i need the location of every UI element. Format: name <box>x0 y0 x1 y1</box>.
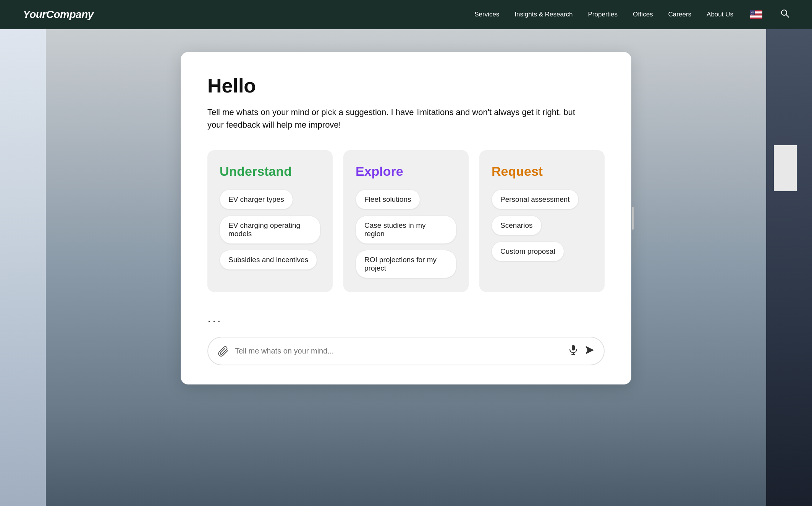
chat-subtitle: Tell me whats on your mind or pick a sug… <box>207 106 582 131</box>
chip-subsidies-incentives[interactable]: Subsidies and incentives <box>220 250 317 270</box>
chip-ev-charger-types[interactable]: EV charger types <box>220 190 293 209</box>
chat-text-input[interactable] <box>235 347 562 355</box>
request-title: Request <box>492 164 592 179</box>
chip-scenarios[interactable]: Scenarios <box>492 216 542 235</box>
nav-properties[interactable]: Properties <box>588 11 618 18</box>
chip-roi-projections[interactable]: ROI projections for my project <box>356 250 456 278</box>
chip-personal-assessment[interactable]: Personal assessment <box>492 190 579 209</box>
chip-custom-proposal[interactable]: Custom proposal <box>492 242 564 261</box>
svg-rect-5 <box>750 16 762 17</box>
nav-about[interactable]: About Us <box>707 11 733 18</box>
nav-careers[interactable]: Careers <box>668 11 691 18</box>
understand-card: Understand EV charger types EV charging … <box>207 150 333 292</box>
scrollbar-indicator[interactable] <box>632 207 634 230</box>
understand-title: Understand <box>220 164 320 179</box>
chat-card: Hello Tell me whats on your mind or pick… <box>181 52 631 384</box>
request-chips: Personal assessment Scenarios Custom pro… <box>492 190 592 261</box>
microphone-icon[interactable] <box>568 344 579 358</box>
nav-links: Services Insights & Research Properties … <box>474 9 789 20</box>
send-icon[interactable] <box>585 345 595 357</box>
bg-right-panel <box>766 0 812 506</box>
suggestion-cards-row: Understand EV charger types EV charging … <box>207 150 605 292</box>
flag-icon[interactable]: ★★★★★ ★★★★ ★★★★★ ★★★★ <box>750 10 762 19</box>
svg-line-27 <box>786 15 789 17</box>
svg-marker-31 <box>586 346 594 354</box>
chip-fleet-solutions[interactable]: Fleet solutions <box>356 190 420 209</box>
explore-chips: Fleet solutions Case studies in my regio… <box>356 190 456 278</box>
chip-case-studies[interactable]: Case studies in my region <box>356 216 456 244</box>
svg-rect-4 <box>750 15 762 16</box>
nav-services[interactable]: Services <box>474 11 499 18</box>
svg-rect-6 <box>750 18 762 18</box>
svg-text:★: ★ <box>753 13 754 15</box>
search-icon[interactable] <box>781 9 789 20</box>
chip-ev-charging-operating-models[interactable]: EV charging operating models <box>220 216 320 244</box>
chat-input-area <box>207 337 605 365</box>
explore-card: Explore Fleet solutions Case studies in … <box>343 150 469 292</box>
attachment-icon[interactable] <box>217 345 229 357</box>
brand-logo[interactable]: YourCompany <box>23 8 94 21</box>
understand-chips: EV charger types EV charging operating m… <box>220 190 320 270</box>
bg-left-panel <box>0 0 46 506</box>
navbar: YourCompany Services Insights & Research… <box>0 0 812 29</box>
nav-offices[interactable]: Offices <box>633 11 653 18</box>
svg-rect-28 <box>572 345 575 350</box>
loading-dots: ... <box>207 311 605 325</box>
nav-insights[interactable]: Insights & Research <box>514 11 573 18</box>
greeting-heading: Hello <box>207 75 605 97</box>
bg-right-white-box <box>774 145 797 191</box>
explore-title: Explore <box>356 164 456 179</box>
request-card: Request Personal assessment Scenarios Cu… <box>479 150 605 292</box>
main-content: Hello Tell me whats on your mind or pick… <box>46 29 766 506</box>
